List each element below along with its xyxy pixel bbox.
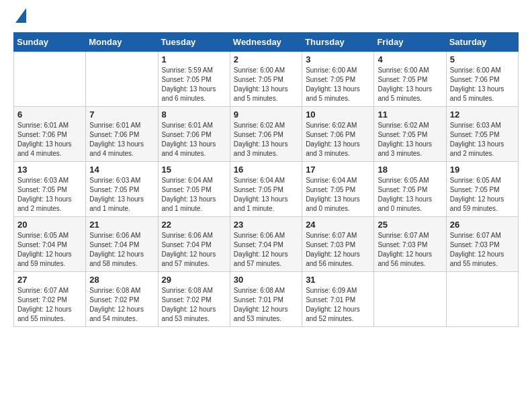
day-info: Sunrise: 6:01 AM Sunset: 7:06 PM Dayligh… <box>89 121 154 158</box>
svg-marker-0 <box>15 8 26 23</box>
day-info: Sunrise: 6:03 AM Sunset: 7:05 PM Dayligh… <box>450 121 515 158</box>
day-number: 2 <box>234 54 298 64</box>
calendar-cell <box>14 52 86 107</box>
day-number: 15 <box>162 165 226 175</box>
day-info: Sunrise: 6:01 AM Sunset: 7:06 PM Dayligh… <box>162 121 226 158</box>
day-info: Sunrise: 5:59 AM Sunset: 7:05 PM Dayligh… <box>162 66 226 103</box>
day-info: Sunrise: 6:08 AM Sunset: 7:02 PM Dayligh… <box>89 286 154 324</box>
day-number: 5 <box>450 54 515 64</box>
calendar-cell: 16Sunrise: 6:04 AM Sunset: 7:05 PM Dayli… <box>230 162 302 217</box>
day-number: 16 <box>234 165 298 175</box>
day-number: 18 <box>378 165 442 175</box>
weekday-header-friday: Friday <box>374 33 446 52</box>
calendar-body: 1Sunrise: 5:59 AM Sunset: 7:05 PM Daylig… <box>14 52 519 327</box>
calendar-cell: 1Sunrise: 5:59 AM Sunset: 7:05 PM Daylig… <box>158 52 230 107</box>
day-info: Sunrise: 6:06 AM Sunset: 7:04 PM Dayligh… <box>234 231 298 269</box>
calendar-cell: 14Sunrise: 6:03 AM Sunset: 7:05 PM Dayli… <box>86 162 158 217</box>
calendar-cell: 2Sunrise: 6:00 AM Sunset: 7:05 PM Daylig… <box>230 52 302 107</box>
week-row-1: 6Sunrise: 6:01 AM Sunset: 7:06 PM Daylig… <box>14 107 519 162</box>
logo-icon <box>15 8 26 23</box>
weekday-header-sunday: Sunday <box>14 33 86 52</box>
day-number: 31 <box>306 275 370 285</box>
calendar-cell: 19Sunrise: 6:05 AM Sunset: 7:05 PM Dayli… <box>446 162 518 217</box>
day-number: 14 <box>89 165 154 175</box>
day-info: Sunrise: 6:04 AM Sunset: 7:05 PM Dayligh… <box>162 176 226 214</box>
day-info: Sunrise: 6:03 AM Sunset: 7:05 PM Dayligh… <box>17 176 82 214</box>
day-info: Sunrise: 6:07 AM Sunset: 7:03 PM Dayligh… <box>378 231 442 269</box>
day-info: Sunrise: 6:05 AM Sunset: 7:04 PM Dayligh… <box>17 231 82 269</box>
calendar-cell <box>446 272 518 327</box>
weekday-header-wednesday: Wednesday <box>230 33 302 52</box>
calendar-cell: 18Sunrise: 6:05 AM Sunset: 7:05 PM Dayli… <box>374 162 446 217</box>
calendar-cell: 11Sunrise: 6:02 AM Sunset: 7:05 PM Dayli… <box>374 107 446 162</box>
day-info: Sunrise: 6:04 AM Sunset: 7:05 PM Dayligh… <box>234 176 298 214</box>
calendar-cell: 6Sunrise: 6:01 AM Sunset: 7:06 PM Daylig… <box>14 107 86 162</box>
week-row-3: 20Sunrise: 6:05 AM Sunset: 7:04 PM Dayli… <box>14 217 519 272</box>
day-number: 24 <box>306 220 370 230</box>
day-number: 27 <box>17 275 82 285</box>
day-info: Sunrise: 6:06 AM Sunset: 7:04 PM Dayligh… <box>162 231 226 269</box>
day-number: 17 <box>306 165 370 175</box>
day-number: 28 <box>89 275 154 285</box>
day-number: 7 <box>89 109 154 120</box>
calendar-cell: 7Sunrise: 6:01 AM Sunset: 7:06 PM Daylig… <box>86 107 158 162</box>
calendar-cell: 27Sunrise: 6:07 AM Sunset: 7:02 PM Dayli… <box>14 272 86 327</box>
day-number: 6 <box>17 109 82 120</box>
calendar-cell: 8Sunrise: 6:01 AM Sunset: 7:06 PM Daylig… <box>158 107 230 162</box>
day-info: Sunrise: 6:08 AM Sunset: 7:02 PM Dayligh… <box>162 286 226 324</box>
weekday-header-thursday: Thursday <box>302 33 374 52</box>
day-number: 21 <box>89 220 154 230</box>
calendar-cell: 31Sunrise: 6:09 AM Sunset: 7:01 PM Dayli… <box>302 272 374 327</box>
calendar-cell: 21Sunrise: 6:06 AM Sunset: 7:04 PM Dayli… <box>86 217 158 272</box>
day-info: Sunrise: 6:06 AM Sunset: 7:04 PM Dayligh… <box>89 231 154 269</box>
day-info: Sunrise: 6:02 AM Sunset: 7:05 PM Dayligh… <box>378 121 442 158</box>
day-info: Sunrise: 6:07 AM Sunset: 7:02 PM Dayligh… <box>17 286 82 324</box>
day-number: 8 <box>162 109 226 120</box>
day-number: 26 <box>450 220 515 230</box>
logo <box>13 13 26 26</box>
day-number: 13 <box>17 165 82 175</box>
calendar-cell: 17Sunrise: 6:04 AM Sunset: 7:05 PM Dayli… <box>302 162 374 217</box>
weekday-row: SundayMondayTuesdayWednesdayThursdayFrid… <box>14 33 519 52</box>
day-info: Sunrise: 6:05 AM Sunset: 7:05 PM Dayligh… <box>450 176 515 214</box>
day-info: Sunrise: 6:09 AM Sunset: 7:01 PM Dayligh… <box>306 286 370 324</box>
calendar-cell: 5Sunrise: 6:00 AM Sunset: 7:06 PM Daylig… <box>446 52 518 107</box>
day-info: Sunrise: 6:03 AM Sunset: 7:05 PM Dayligh… <box>89 176 154 214</box>
calendar-cell: 29Sunrise: 6:08 AM Sunset: 7:02 PM Dayli… <box>158 272 230 327</box>
day-number: 10 <box>306 109 370 120</box>
day-info: Sunrise: 6:02 AM Sunset: 7:06 PM Dayligh… <box>306 121 370 158</box>
day-number: 25 <box>378 220 442 230</box>
calendar-cell: 24Sunrise: 6:07 AM Sunset: 7:03 PM Dayli… <box>302 217 374 272</box>
week-row-4: 27Sunrise: 6:07 AM Sunset: 7:02 PM Dayli… <box>14 272 519 327</box>
day-number: 20 <box>17 220 82 230</box>
calendar-cell: 3Sunrise: 6:00 AM Sunset: 7:05 PM Daylig… <box>302 52 374 107</box>
day-number: 23 <box>234 220 298 230</box>
day-info: Sunrise: 6:00 AM Sunset: 7:05 PM Dayligh… <box>378 66 442 103</box>
day-info: Sunrise: 6:05 AM Sunset: 7:05 PM Dayligh… <box>378 176 442 214</box>
day-info: Sunrise: 6:00 AM Sunset: 7:05 PM Dayligh… <box>306 66 370 103</box>
day-info: Sunrise: 6:00 AM Sunset: 7:06 PM Dayligh… <box>450 66 515 103</box>
calendar-cell <box>86 52 158 107</box>
calendar-cell: 9Sunrise: 6:02 AM Sunset: 7:06 PM Daylig… <box>230 107 302 162</box>
calendar-cell: 30Sunrise: 6:08 AM Sunset: 7:01 PM Dayli… <box>230 272 302 327</box>
calendar-header: SundayMondayTuesdayWednesdayThursdayFrid… <box>14 33 519 52</box>
day-number: 30 <box>234 275 298 285</box>
calendar-cell: 20Sunrise: 6:05 AM Sunset: 7:04 PM Dayli… <box>14 217 86 272</box>
weekday-header-tuesday: Tuesday <box>158 33 230 52</box>
calendar-cell: 13Sunrise: 6:03 AM Sunset: 7:05 PM Dayli… <box>14 162 86 217</box>
page-header <box>13 13 519 26</box>
calendar-table: SundayMondayTuesdayWednesdayThursdayFrid… <box>13 32 519 327</box>
weekday-header-monday: Monday <box>86 33 158 52</box>
calendar-cell: 15Sunrise: 6:04 AM Sunset: 7:05 PM Dayli… <box>158 162 230 217</box>
calendar-cell: 10Sunrise: 6:02 AM Sunset: 7:06 PM Dayli… <box>302 107 374 162</box>
day-info: Sunrise: 6:04 AM Sunset: 7:05 PM Dayligh… <box>306 176 370 214</box>
day-number: 19 <box>450 165 515 175</box>
day-info: Sunrise: 6:01 AM Sunset: 7:06 PM Dayligh… <box>17 121 82 158</box>
week-row-2: 13Sunrise: 6:03 AM Sunset: 7:05 PM Dayli… <box>14 162 519 217</box>
day-number: 12 <box>450 109 515 120</box>
day-number: 11 <box>378 109 442 120</box>
calendar-cell <box>374 272 446 327</box>
day-info: Sunrise: 6:07 AM Sunset: 7:03 PM Dayligh… <box>306 231 370 269</box>
weekday-header-saturday: Saturday <box>446 33 518 52</box>
day-info: Sunrise: 6:07 AM Sunset: 7:03 PM Dayligh… <box>450 231 515 269</box>
